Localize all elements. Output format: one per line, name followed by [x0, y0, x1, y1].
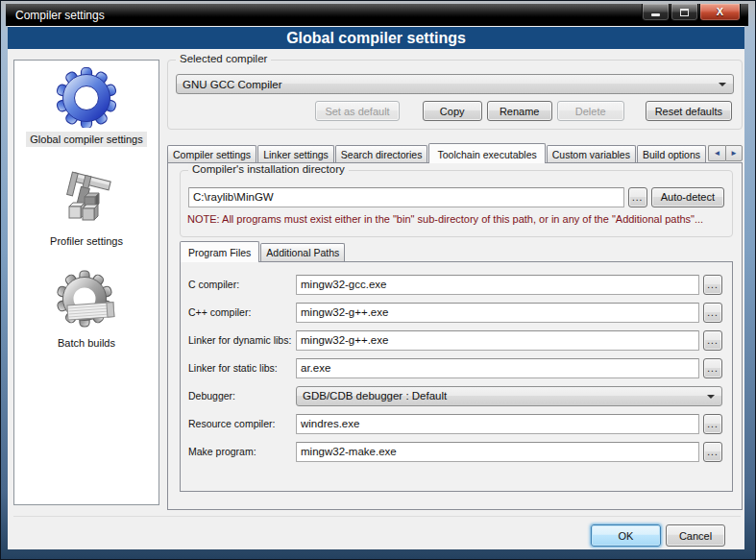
program-files-panel: C compiler: ... C++ compiler: ... Linker…	[180, 261, 733, 492]
sidebar-item-label: Profiler settings	[46, 233, 127, 249]
close-button[interactable]: X	[699, 4, 741, 21]
resource-compiler-browse-button[interactable]: ...	[703, 414, 722, 434]
compiler-select[interactable]: GNU GCC Compiler	[176, 74, 734, 94]
caliper-icon	[56, 168, 117, 230]
delete-button[interactable]: Delete	[557, 101, 624, 121]
row-resource-compiler: Resource compiler: ...	[188, 413, 722, 434]
close-icon: X	[717, 7, 723, 17]
cancel-button[interactable]: Cancel	[666, 524, 725, 547]
c-compiler-browse-button[interactable]: ...	[703, 275, 722, 295]
tab-search-directories[interactable]: Search directories	[335, 145, 428, 163]
maximize-icon	[680, 9, 689, 16]
tab-scroller: Compiler settings Linker settings Search…	[167, 140, 706, 163]
window-frame: Compiler settings X Global compiler sett…	[1, 1, 755, 559]
minimize-icon	[651, 13, 660, 16]
tab-compiler-settings[interactable]: Compiler settings	[167, 145, 256, 163]
tab-build-options[interactable]: Build options	[637, 145, 706, 163]
row-make-program: Make program: ...	[188, 441, 722, 462]
tab-custom-variables[interactable]: Custom variables	[547, 145, 636, 163]
group-label: Selected compiler	[176, 53, 271, 64]
debugger-select[interactable]: GDB/CDB debugger : Default	[296, 386, 722, 406]
sidebar-item-label: Global compiler settings	[26, 132, 146, 147]
cpp-compiler-input[interactable]	[296, 303, 699, 323]
field-label: Linker for static libs:	[188, 362, 296, 374]
titlebar[interactable]: Compiler settings X	[6, 4, 748, 26]
linker-dynamic-browse-button[interactable]: ...	[703, 330, 722, 351]
settings-category-list: Global compiler settings	[13, 60, 159, 505]
sidebar-item-global-compiler-settings[interactable]: Global compiler settings	[26, 66, 146, 147]
chevron-down-icon	[707, 395, 715, 399]
subtab-additional-paths[interactable]: Additional Paths	[260, 243, 345, 261]
row-cpp-compiler: C++ compiler: ...	[188, 302, 722, 323]
arrow-right-icon: ►	[730, 149, 738, 158]
field-label: Resource compiler:	[188, 418, 296, 429]
set-as-default-button[interactable]: Set as default	[315, 101, 399, 121]
tab-toolchain-executables[interactable]: Toolchain executables	[428, 143, 545, 163]
footer-separator	[13, 516, 741, 517]
row-linker-dynamic: Linker for dynamic libs: ...	[188, 329, 722, 351]
resource-compiler-input[interactable]	[296, 414, 699, 434]
linker-static-input[interactable]	[296, 358, 699, 378]
install-dir-input[interactable]	[188, 187, 624, 207]
cpp-compiler-browse-button[interactable]: ...	[703, 303, 722, 323]
field-label: C compiler:	[188, 279, 296, 290]
page-title: Global compiler settings	[8, 27, 744, 49]
ok-button[interactable]: OK	[591, 524, 661, 547]
field-label: C++ compiler:	[188, 306, 296, 318]
install-dir-browse-button[interactable]: ...	[628, 187, 647, 207]
install-dir-group: Compiler's installation directory ... Au…	[180, 170, 733, 237]
minimize-button[interactable]	[642, 4, 670, 21]
field-label: Debugger:	[188, 390, 296, 402]
tab-linker-settings[interactable]: Linker settings	[257, 145, 334, 163]
compiler-buttons-row: Set as default Copy Rename Delete Reset …	[176, 101, 732, 121]
chevron-down-icon	[719, 83, 726, 86]
gray-gear-stack-icon	[56, 270, 117, 331]
rename-button[interactable]: Rename	[487, 101, 552, 121]
make-program-input[interactable]	[296, 442, 699, 462]
selected-compiler-group: Selected compiler GNU GCC Compiler Set a…	[167, 60, 743, 130]
sidebar-item-label: Batch builds	[54, 335, 119, 351]
make-program-browse-button[interactable]: ...	[703, 442, 722, 462]
window-title: Compiler settings	[15, 9, 105, 22]
toolchain-executables-page: Compiler's installation directory ... Au…	[167, 162, 743, 510]
sidebar-item-profiler-settings[interactable]: Profiler settings	[46, 168, 127, 249]
autodetect-button[interactable]: Auto-detect	[651, 187, 724, 207]
debugger-select-value: GDB/CDB debugger : Default	[303, 390, 447, 402]
field-label: Make program:	[188, 446, 296, 457]
copy-button[interactable]: Copy	[423, 101, 482, 121]
arrow-left-icon: ◄	[714, 149, 721, 158]
window-controls: X	[642, 4, 741, 21]
subtab-program-files[interactable]: Program Files	[180, 241, 259, 262]
subtab-strip: Program Files Additional Paths	[180, 241, 346, 261]
tab-strip: Compiler settings Linker settings Search…	[167, 140, 743, 163]
install-dir-note: NOTE: All programs must exist either in …	[187, 213, 728, 225]
tab-scroll-right-button[interactable]: ►	[725, 145, 743, 161]
tab-scroll-buttons: ◄ ►	[708, 145, 743, 161]
linker-dynamic-input[interactable]	[296, 330, 699, 351]
tab-scroll-left-button[interactable]: ◄	[708, 145, 725, 161]
compiler-select-value: GNU GCC Compiler	[183, 79, 282, 90]
compiler-settings-window: Compiler settings X Global compiler sett…	[0, 0, 756, 560]
linker-static-browse-button[interactable]: ...	[703, 358, 722, 378]
row-debugger: Debugger: GDB/CDB debugger : Default	[188, 385, 722, 406]
sidebar-item-batch-builds[interactable]: Batch builds	[54, 270, 119, 351]
c-compiler-input[interactable]	[296, 275, 699, 295]
blue-gear-icon	[56, 66, 117, 128]
install-dir-row: ... Auto-detect	[188, 186, 724, 207]
row-c-compiler: C compiler: ...	[188, 274, 722, 295]
reset-defaults-button[interactable]: Reset defaults	[646, 101, 732, 121]
group-label: Compiler's installation directory	[188, 163, 349, 175]
maximize-button[interactable]	[671, 4, 698, 21]
dialog-client-area: Global compiler settings	[8, 26, 744, 549]
row-linker-static: Linker for static libs: ...	[188, 357, 722, 378]
field-label: Linker for dynamic libs:	[188, 334, 296, 346]
